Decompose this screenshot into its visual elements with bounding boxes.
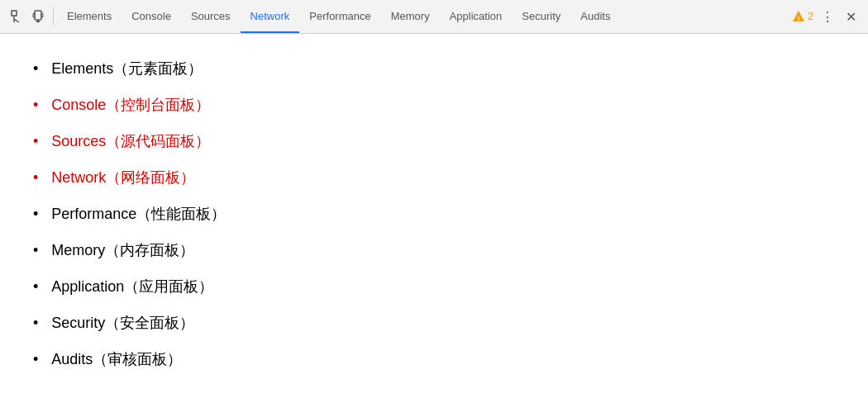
- list-item: Performance（性能面板）: [33, 196, 835, 232]
- list-item: Network（网络面板）: [33, 159, 835, 196]
- item-text: Sources（源代码面板）: [51, 131, 210, 151]
- list-item: Security（安全面板）: [33, 305, 835, 341]
- main-content: Elements（元素面板）Console（控制台面板）Sources（源代码面…: [0, 34, 868, 394]
- tab-audits[interactable]: Audits: [570, 0, 620, 33]
- tab-network[interactable]: Network: [241, 0, 300, 33]
- svg-rect-0: [12, 11, 17, 16]
- list-item: Elements（元素面板）: [33, 50, 835, 87]
- more-options-icon[interactable]: ⋮: [818, 7, 837, 26]
- svg-line-2: [14, 19, 19, 22]
- device-toggle-icon[interactable]: [30, 7, 48, 26]
- tab-elements[interactable]: Elements: [57, 0, 122, 33]
- item-text: Console（控制台面板）: [51, 95, 210, 115]
- list-item: Sources（源代码面板）: [33, 123, 835, 159]
- close-icon[interactable]: ✕: [842, 7, 860, 26]
- list-item: Application（应用面板）: [33, 268, 835, 305]
- item-text: Application（应用面板）: [51, 277, 213, 296]
- list-item: Audits（审核面板）: [33, 341, 835, 377]
- item-text: Performance（性能面板）: [51, 204, 226, 224]
- svg-rect-3: [35, 11, 41, 20]
- svg-rect-5: [33, 13, 35, 17]
- svg-rect-6: [41, 13, 43, 17]
- tabs-container: Elements Console Sources Network Perform…: [57, 0, 787, 33]
- tab-memory[interactable]: Memory: [381, 0, 440, 33]
- svg-rect-4: [36, 21, 40, 22]
- item-text: Network（网络面板）: [51, 168, 195, 187]
- tab-security[interactable]: Security: [512, 0, 570, 33]
- item-text: Elements（元素面板）: [51, 59, 203, 78]
- list-item: Memory（内存面板）: [33, 232, 835, 268]
- inspect-icon[interactable]: [8, 7, 26, 26]
- tab-sources[interactable]: Sources: [181, 0, 241, 33]
- warning-badge[interactable]: ! 2: [792, 10, 813, 23]
- item-text: Audits（审核面板）: [51, 349, 182, 369]
- toolbar-right: ! 2 ⋮ ✕: [787, 7, 865, 26]
- devtools-toolbar: Elements Console Sources Network Perform…: [0, 0, 868, 34]
- tab-application[interactable]: Application: [440, 0, 513, 33]
- item-text: Memory（内存面板）: [51, 240, 194, 260]
- toolbar-icons: [3, 7, 54, 26]
- svg-text:!: !: [798, 15, 800, 22]
- item-text: Security（安全面板）: [51, 313, 194, 333]
- tab-console[interactable]: Console: [122, 0, 181, 33]
- tab-performance[interactable]: Performance: [299, 0, 380, 33]
- list-item: Console（控制台面板）: [33, 87, 835, 123]
- panel-list: Elements（元素面板）Console（控制台面板）Sources（源代码面…: [33, 50, 835, 377]
